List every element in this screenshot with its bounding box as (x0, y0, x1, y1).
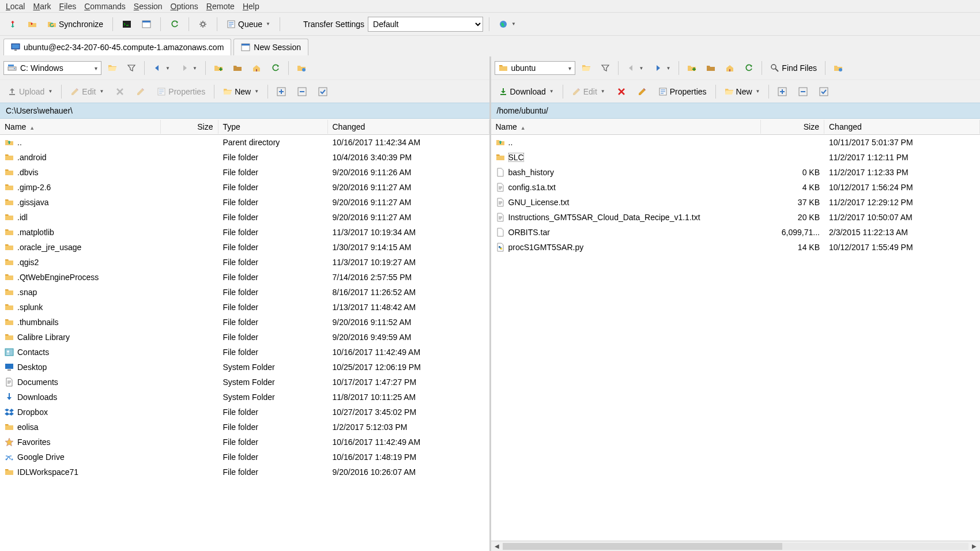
find-files-button[interactable]: Find Files (767, 61, 820, 75)
globe-icon[interactable]: ▼ (495, 17, 519, 31)
local-col-changed[interactable]: Changed (328, 120, 489, 134)
file-row[interactable]: .splunkFile folder1/13/2017 11:48:42 AM (0, 300, 489, 315)
file-row[interactable]: config.s1a.txt4 KB10/12/2017 1:56:24 PM (491, 180, 981, 195)
file-row[interactable]: SLC11/2/2017 1:12:11 PM (491, 150, 981, 165)
remote-plus-icon[interactable] (774, 85, 791, 99)
file-row[interactable]: DropboxFile folder10/27/2017 3:45:02 PM (0, 405, 489, 420)
file-row[interactable]: ..10/11/2017 5:01:37 PM (491, 135, 981, 150)
file-row[interactable]: bash_history0 KB11/2/2017 1:12:33 PM (491, 165, 981, 180)
remote-rename-icon[interactable] (634, 85, 651, 99)
remote-col-size[interactable]: Size (761, 120, 824, 134)
local-bookmark-icon[interactable] (293, 61, 310, 75)
remote-bookmark-icon[interactable] (830, 61, 846, 75)
remote-minus-icon[interactable] (794, 85, 812, 99)
file-row[interactable]: .gissjavaFile folder9/20/2016 9:11:27 AM (0, 195, 489, 210)
transfer-settings-select[interactable]: Default (368, 17, 483, 32)
file-row[interactable]: DesktopSystem Folder10/25/2017 12:06:19 … (0, 360, 489, 375)
file-row[interactable]: .androidFile folder10/4/2016 3:40:39 PM (0, 150, 489, 165)
local-minus-icon[interactable] (293, 85, 311, 99)
remote-refresh-icon[interactable] (741, 61, 757, 75)
local-root-icon[interactable] (229, 61, 246, 75)
local-check-icon[interactable] (314, 85, 331, 99)
file-row[interactable]: .gimp-2.6File folder9/20/2016 9:11:27 AM (0, 180, 489, 195)
file-row[interactable]: ..Parent directory10/16/2017 11:42:34 AM (0, 135, 489, 150)
local-col-name[interactable]: Name▲ (0, 120, 161, 134)
remote-drive-select[interactable]: ubuntu (495, 61, 575, 75)
remote-file-list[interactable]: ..10/11/2017 5:01:37 PMSLC11/2/2017 1:12… (491, 135, 981, 541)
local-col-type[interactable]: Type (218, 120, 328, 134)
menu-session[interactable]: Session (134, 2, 163, 11)
remote-home-icon[interactable] (722, 61, 738, 75)
refresh-both-icon[interactable] (167, 17, 183, 31)
remote-new-button[interactable]: New▼ (721, 85, 764, 99)
local-delete-icon[interactable] (111, 85, 129, 99)
remote-open-folder-icon[interactable] (578, 61, 594, 75)
local-parent-icon[interactable] (210, 61, 227, 75)
remote-filter-icon[interactable] (597, 61, 613, 75)
queue-button[interactable]: Queue▼ (223, 17, 274, 31)
file-row[interactable]: .QtWebEngineProcessFile folder7/14/2016 … (0, 270, 489, 285)
remote-col-name[interactable]: Name▲ (491, 120, 762, 134)
file-row[interactable]: .qgis2File folder11/3/2017 10:19:27 AM (0, 255, 489, 270)
putty-icon[interactable] (138, 17, 154, 31)
menu-options[interactable]: Options (171, 2, 198, 11)
file-row[interactable]: DownloadsSystem Folder11/8/2017 10:11:25… (0, 390, 489, 405)
remote-root-icon[interactable] (703, 61, 719, 75)
local-filter-icon[interactable] (123, 61, 140, 75)
local-plus-icon[interactable] (273, 85, 290, 99)
new-session-tab[interactable]: New Session (233, 39, 308, 55)
file-row[interactable]: .dbvisFile folder9/20/2016 9:11:26 AM (0, 165, 489, 180)
menu-mark[interactable]: Mark (33, 2, 51, 11)
remote-parent-icon[interactable] (684, 61, 700, 75)
file-row[interactable]: ContactsFile folder10/16/2017 11:42:49 A… (0, 345, 489, 360)
file-row[interactable]: Google DriveFile folder10/16/2017 1:48:1… (0, 450, 489, 465)
menu-remote[interactable]: Remote (206, 2, 235, 11)
upload-button[interactable]: Upload▼ (3, 85, 56, 99)
file-row[interactable]: .thumbnailsFile folder9/20/2016 9:11:52 … (0, 315, 489, 330)
remote-edit-button[interactable]: Edit▼ (568, 85, 609, 99)
local-forward-icon[interactable]: ▼ (176, 61, 201, 75)
settings-icon[interactable] (195, 17, 211, 31)
menu-help[interactable]: Help (243, 2, 259, 11)
local-col-size[interactable]: Size (161, 120, 218, 134)
local-file-list[interactable]: ..Parent directory10/16/2017 11:42:34 AM… (0, 135, 489, 551)
remote-check-icon[interactable] (815, 85, 832, 99)
file-row[interactable]: Instructions_GMT5SAR_Cloud_Data_Recipe_v… (491, 210, 981, 225)
file-row[interactable]: IDLWorkspace71File folder9/20/2016 10:26… (0, 465, 489, 480)
file-row[interactable]: ORBITS.tar6,099,71...2/3/2015 11:22:13 A… (491, 225, 981, 240)
local-new-button[interactable]: New▼ (219, 85, 263, 99)
file-row[interactable]: procS1GMT5SAR.py14 KB10/12/2017 1:55:49 … (491, 240, 981, 255)
file-row[interactable]: FavoritesFile folder10/16/2017 11:42:49 … (0, 435, 489, 450)
sync-browse-icon[interactable] (24, 17, 40, 31)
download-button[interactable]: Download▼ (495, 85, 558, 99)
file-row[interactable]: .idlFile folder9/20/2016 9:11:27 AM (0, 210, 489, 225)
menu-files[interactable]: Files (59, 2, 77, 11)
local-home-icon[interactable] (248, 61, 265, 75)
file-row[interactable]: GNU_License.txt37 KB11/2/2017 12:29:12 P… (491, 195, 981, 210)
local-open-folder-icon[interactable] (104, 61, 120, 75)
remote-properties-button[interactable]: Properties (654, 85, 711, 99)
compare-icon[interactable] (5, 17, 21, 31)
terminal-icon[interactable] (119, 17, 135, 31)
remote-forward-icon[interactable]: ▼ (650, 61, 674, 75)
local-properties-button[interactable]: Properties (153, 85, 209, 99)
local-rename-icon[interactable] (132, 85, 149, 99)
file-row[interactable]: .matplotlibFile folder11/3/2017 10:19:34… (0, 225, 489, 240)
menu-local[interactable]: Local (6, 2, 25, 11)
local-refresh-icon[interactable] (267, 61, 284, 75)
file-row[interactable]: .oracle_jre_usageFile folder1/30/2017 9:… (0, 240, 489, 255)
file-row[interactable]: DocumentsSystem Folder10/17/2017 1:47:27… (0, 375, 489, 390)
remote-delete-icon[interactable] (613, 85, 630, 99)
menu-commands[interactable]: Commands (84, 2, 126, 11)
remote-back-icon[interactable]: ▼ (623, 61, 647, 75)
local-drive-select[interactable]: C: Windows (3, 61, 101, 75)
local-edit-button[interactable]: Edit▼ (66, 85, 108, 99)
session-tab-active[interactable]: ubuntu@ec2-34-207-60-45.compute-1.amazon… (3, 39, 231, 55)
remote-col-changed[interactable]: Changed (824, 120, 980, 134)
file-row[interactable]: .snapFile folder8/16/2017 11:26:52 AM (0, 285, 489, 300)
remote-hscroll[interactable]: ◀▶ (491, 541, 981, 551)
local-back-icon[interactable]: ▼ (149, 61, 174, 75)
synchronize-button[interactable]: Synchronize (44, 17, 107, 31)
file-row[interactable]: eolisaFile folder1/2/2017 5:12:03 PM (0, 420, 489, 435)
file-row[interactable]: Calibre LibraryFile folder9/20/2016 9:49… (0, 330, 489, 345)
